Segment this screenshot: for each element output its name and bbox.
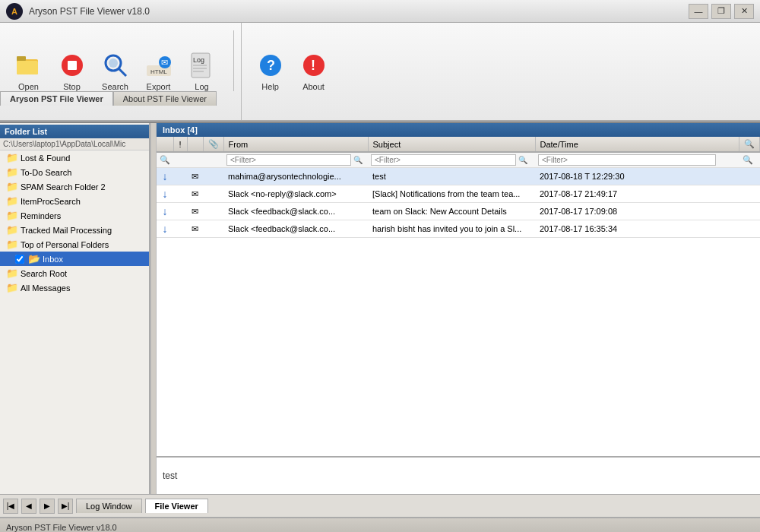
sidebar-item-all-messages[interactable]: 📁 All Messages bbox=[0, 280, 149, 295]
email-arrow: ↓ bbox=[157, 203, 173, 220]
sidebar-item-itemproc[interactable]: 📁 ItemProcSearch bbox=[0, 194, 149, 208]
stop-label: Stop bbox=[63, 82, 81, 91]
table-row[interactable]: ↓ ✉ Slack <feedback@slack.co... team on … bbox=[157, 203, 760, 220]
email-extra bbox=[739, 203, 760, 220]
svg-text:HTML: HTML bbox=[150, 68, 167, 75]
sidebar-item-tracked-mail[interactable]: 📁 Tracked Mail Processing bbox=[0, 223, 149, 237]
sidebar-path: C:\Users\laptop1\AppData\Local\Mic bbox=[0, 138, 149, 150]
folder-icon: 📁 bbox=[6, 282, 18, 293]
email-extra bbox=[739, 185, 760, 203]
about-icon: ! bbox=[300, 52, 328, 79]
email-flag bbox=[173, 220, 187, 238]
open-button[interactable]: Open bbox=[8, 45, 49, 98]
table-row[interactable]: ↓ ✉ Slack <no-reply@slack.com> [Slack] N… bbox=[157, 185, 760, 203]
col-header-flag: ! bbox=[173, 137, 187, 152]
email-arrow: ↓ bbox=[157, 185, 173, 203]
col-header-read bbox=[187, 137, 203, 152]
folder-icon: 📁 bbox=[6, 152, 18, 163]
table-header-row: ! 📎 From Subject Date/Time bbox=[157, 137, 760, 152]
filter-datetime-cell[interactable] bbox=[535, 152, 739, 168]
sidebar-item-top-personal[interactable]: 📁 Top of Personal Folders bbox=[0, 237, 149, 252]
inbox-checkbox[interactable] bbox=[15, 255, 24, 264]
svg-text:Log: Log bbox=[193, 56, 204, 64]
search-button[interactable]: Search bbox=[94, 45, 136, 98]
log-button[interactable]: Log Log bbox=[181, 45, 223, 98]
svg-rect-1 bbox=[17, 56, 26, 61]
export-icon: HTML ✉ bbox=[145, 52, 173, 79]
tab-pst-viewer[interactable]: Aryson PST File Viewer bbox=[0, 91, 113, 106]
minimize-button[interactable]: — bbox=[689, 4, 708, 19]
filter-subject-input[interactable] bbox=[371, 154, 516, 166]
filter-empty bbox=[173, 152, 223, 168]
filter-from-cell[interactable]: 🔍 bbox=[223, 152, 368, 168]
sidebar-item-lost-found[interactable]: 📁 Lost & Found bbox=[0, 150, 149, 165]
col-header-attach: 📎 bbox=[203, 137, 223, 152]
email-datetime: 2017-08-17 21:49:17 bbox=[535, 185, 739, 203]
folder-icon: 📁 bbox=[6, 210, 18, 221]
email-flag bbox=[173, 203, 187, 220]
tab-about[interactable]: About PST File Viewer bbox=[113, 91, 217, 106]
title-text: Aryson PST File Viewer v18.0 bbox=[29, 6, 150, 17]
col-header-subject[interactable]: Subject bbox=[368, 137, 535, 152]
stop-button[interactable]: Stop bbox=[51, 45, 93, 98]
email-arrow: ↓ bbox=[157, 220, 173, 238]
svg-rect-2 bbox=[17, 61, 38, 74]
main-layout: Folder List C:\Users\laptop1\AppData\Loc… bbox=[0, 122, 760, 494]
email-table: ! 📎 From Subject Date/Time bbox=[157, 137, 760, 456]
sidebar-item-inbox[interactable]: 📂 Inbox bbox=[0, 252, 149, 266]
email-attach-icon bbox=[203, 168, 223, 185]
col-header-search: 🔍 bbox=[739, 137, 760, 152]
filter-row: 🔍 🔍 🔍 🔍 bbox=[157, 152, 760, 168]
sidebar-item-search-root[interactable]: 📁 Search Root bbox=[0, 266, 149, 280]
close-button[interactable]: ✕ bbox=[734, 4, 754, 19]
sidebar-item-reminders[interactable]: 📁 Reminders bbox=[0, 208, 149, 223]
search-icon bbox=[102, 52, 129, 79]
email-datetime: 2017-08-18 T 12:29:30 bbox=[535, 168, 739, 185]
col-header-datetime[interactable]: Date/Time bbox=[535, 137, 739, 152]
about-label: About bbox=[302, 82, 325, 91]
filter-subject-cell[interactable]: 🔍 bbox=[368, 152, 535, 168]
nav-prev-button[interactable]: ◀ bbox=[21, 499, 36, 514]
folder-icon: 📁 bbox=[6, 166, 18, 178]
nav-last-button[interactable]: ▶| bbox=[58, 499, 73, 514]
tab-file-viewer[interactable]: File Viewer bbox=[145, 499, 208, 513]
log-icon: Log bbox=[188, 52, 216, 79]
email-read-icon: ✉ bbox=[187, 185, 203, 203]
filter-from-input[interactable] bbox=[226, 154, 351, 166]
help-label: Help bbox=[261, 82, 279, 91]
email-read-icon: ✉ bbox=[187, 220, 203, 238]
help-button[interactable]: ? Help bbox=[249, 45, 291, 98]
email-read-icon: ✉ bbox=[187, 203, 203, 220]
stop-icon bbox=[59, 52, 86, 79]
email-subject: team on Slack: New Account Details bbox=[368, 203, 535, 220]
email-from: Slack <feedback@slack.co... bbox=[223, 203, 368, 220]
sidebar-item-spam-search[interactable]: 📁 SPAM Search Folder 2 bbox=[0, 179, 149, 194]
email-extra bbox=[739, 168, 760, 185]
about-button[interactable]: ! About bbox=[293, 45, 334, 98]
col-header-arrow bbox=[157, 137, 173, 152]
folder-icon: 📁 bbox=[6, 224, 18, 236]
col-header-from[interactable]: From bbox=[223, 137, 368, 152]
title-bar-controls: — ❐ ✕ bbox=[689, 4, 754, 19]
nav-next-button[interactable]: ▶ bbox=[40, 499, 55, 514]
toolbar-separator bbox=[233, 30, 234, 91]
status-text: Aryson PST File Viewer v18.0 bbox=[6, 523, 117, 532]
app-logo: A bbox=[6, 3, 23, 20]
restore-button[interactable]: ❐ bbox=[711, 4, 731, 19]
table-row[interactable]: ↓ ✉ Slack <feedback@slack.co... harish b… bbox=[157, 220, 760, 238]
table-row[interactable]: ↓ ✉ mahima@arysontechnologie... test 201… bbox=[157, 168, 760, 185]
filter-datetime-input[interactable] bbox=[538, 154, 716, 166]
export-button[interactable]: HTML ✉ Export bbox=[138, 45, 179, 98]
preview-bar: test bbox=[157, 456, 760, 494]
resize-handle[interactable] bbox=[150, 123, 157, 494]
tab-log-window[interactable]: Log Window bbox=[76, 499, 142, 513]
bottom-nav: |◀ ◀ ▶ ▶| Log Window File Viewer bbox=[0, 494, 760, 517]
svg-line-6 bbox=[119, 68, 126, 76]
toolbar-right: ? Help ! About bbox=[241, 23, 342, 120]
sidebar-item-todo-search[interactable]: 📁 To-Do Search bbox=[0, 165, 149, 179]
nav-first-button[interactable]: |◀ bbox=[3, 499, 18, 514]
log-label: Log bbox=[195, 82, 208, 91]
email-flag bbox=[173, 185, 187, 203]
email-extra bbox=[739, 220, 760, 238]
email-subject: [Slack] Notifications from the team tea.… bbox=[368, 185, 535, 203]
